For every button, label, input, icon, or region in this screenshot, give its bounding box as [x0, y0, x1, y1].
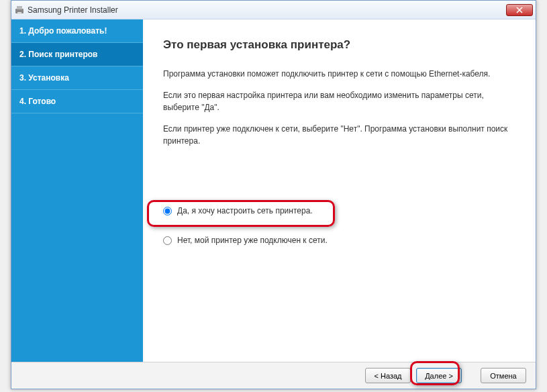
close-button[interactable]	[506, 4, 533, 16]
window-body: 1. Добро пожаловать! 2. Поиск принтеров …	[11, 19, 536, 362]
installer-window: Samsung Printer Installer 1. Добро пожал…	[11, 0, 536, 389]
sidebar-step-welcome: 1. Добро пожаловать!	[11, 19, 143, 43]
option-no-label: Нет, мой принтер уже подключен к сети.	[177, 236, 328, 245]
sidebar-step-search: 2. Поиск принтеров	[11, 43, 143, 66]
footer: < Назад Далее > Отмена	[11, 362, 536, 389]
sidebar-step-done: 4. Готово	[11, 90, 143, 113]
svg-rect-1	[17, 6, 22, 9]
option-yes-label: Да, я хочу настроить сеть принтера.	[177, 206, 313, 215]
paragraph-3: Если принтер уже подключен к сети, выбер…	[163, 123, 515, 147]
cancel-button[interactable]: Отмена	[481, 368, 526, 383]
window-title: Samsung Printer Installer	[28, 5, 506, 15]
sidebar: 1. Добро пожаловать! 2. Поиск принтеров …	[11, 19, 143, 362]
close-icon	[516, 7, 523, 13]
radio-yes[interactable]	[163, 207, 172, 215]
option-no[interactable]: Нет, мой принтер уже подключен к сети.	[163, 232, 515, 249]
main-panel: Это первая установка принтера? Программа…	[143, 19, 536, 362]
paragraph-2: Если это первая настройка принтера или в…	[163, 89, 515, 113]
option-yes[interactable]: Да, я хочу настроить сеть принтера.	[163, 202, 515, 219]
paragraph-1: Программа установки поможет подключить п…	[163, 68, 515, 80]
page-heading: Это первая установка принтера?	[163, 38, 515, 52]
radio-no[interactable]	[163, 236, 172, 245]
sidebar-step-install: 3. Установка	[11, 66, 143, 90]
next-button[interactable]: Далее >	[416, 368, 462, 383]
radio-group: Да, я хочу настроить сеть принтера. Нет,…	[163, 202, 515, 249]
back-button[interactable]: < Назад	[365, 368, 411, 383]
svg-rect-2	[17, 12, 21, 14]
titlebar: Samsung Printer Installer	[11, 1, 536, 19]
app-icon	[14, 5, 25, 15]
